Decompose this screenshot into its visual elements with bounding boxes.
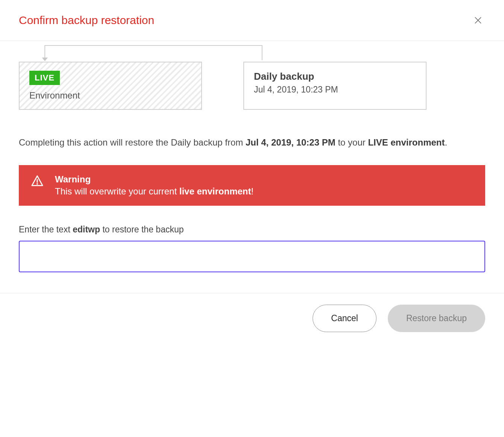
warning-text-bold: live environment <box>179 186 251 196</box>
close-button[interactable] <box>471 13 485 27</box>
source-title: Daily backup <box>254 71 416 82</box>
confirm-label-bold: editwp <box>73 225 100 234</box>
target-environment-card: LIVE Environment <box>19 62 202 110</box>
restore-backup-button[interactable]: Restore backup <box>388 305 485 332</box>
close-icon <box>473 15 483 25</box>
live-badge: LIVE <box>29 71 60 85</box>
confirm-input-label: Enter the text editwp to restore the bac… <box>19 225 485 235</box>
dialog-header: Confirm backup restoration <box>0 0 504 41</box>
warning-banner: Warning This will overwrite your current… <box>19 165 485 206</box>
warning-title: Warning <box>55 174 254 185</box>
warning-text-suffix: ! <box>251 186 254 196</box>
dialog-body: LIVE Environment Daily backup Jul 4, 201… <box>0 41 504 293</box>
cancel-button[interactable]: Cancel <box>313 305 376 332</box>
desc-suffix: . <box>445 137 448 147</box>
description-text: Completing this action will restore the … <box>19 135 485 149</box>
desc-env: LIVE environment <box>368 137 445 147</box>
target-label: Environment <box>29 90 191 101</box>
dialog-title: Confirm backup restoration <box>19 14 154 27</box>
source-backup-card: Daily backup Jul 4, 2019, 10:23 PM <box>243 62 427 110</box>
dialog-footer: Cancel Restore backup <box>0 293 504 347</box>
desc-middle: to your <box>335 137 368 147</box>
desc-date: Jul 4, 2019, 10:23 PM <box>246 137 335 147</box>
warning-triangle-icon <box>31 175 44 188</box>
confirm-label-suffix: to restore the backup <box>100 225 184 234</box>
svg-point-3 <box>37 184 37 184</box>
confirm-input[interactable] <box>19 241 485 272</box>
warning-text: This will overwrite your current live en… <box>55 186 254 197</box>
warning-text-prefix: This will overwrite your current <box>55 186 179 196</box>
desc-prefix: Completing this action will restore the … <box>19 137 246 147</box>
confirm-label-prefix: Enter the text <box>19 225 73 234</box>
source-timestamp: Jul 4, 2019, 10:23 PM <box>254 85 416 95</box>
flow-diagram: LIVE Environment Daily backup Jul 4, 201… <box>19 62 485 110</box>
